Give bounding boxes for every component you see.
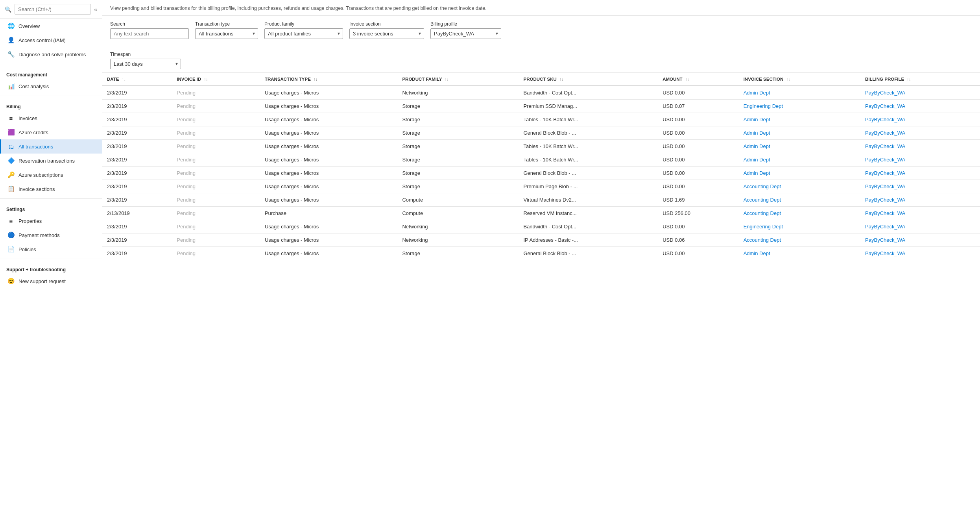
invoices-icon: ≡ (7, 115, 15, 122)
search-filter-label: Search (110, 21, 189, 27)
table-cell-invoice-section[interactable]: Accounting Dept (739, 193, 860, 206)
access-control-icon: 👤 (7, 37, 15, 44)
table-cell-invoice-id: Pending (172, 180, 260, 193)
sidebar-item-label: Azure subscriptions (18, 172, 63, 178)
sidebar-item-label: All transactions (18, 144, 53, 150)
properties-icon: ≡ (7, 217, 15, 224)
table-cell-billing-profile[interactable]: PayByCheck_WA (860, 233, 980, 246)
col-header-date[interactable]: DATE ↑↓ (102, 73, 172, 86)
all-transactions-icon: 🗂 (7, 143, 15, 150)
sidebar-item-reservation-transactions[interactable]: 🔷Reservation transactions (0, 154, 102, 168)
sidebar-item-payment-methods[interactable]: 🔵Payment methods (0, 228, 102, 242)
sidebar-item-new-support[interactable]: 😊New support request (0, 274, 102, 288)
table-cell-invoice-section[interactable]: Admin Dept (739, 153, 860, 166)
invoice-section-select[interactable]: 3 invoice sectionsAdmin DeptEngineering … (349, 28, 424, 39)
sidebar-item-azure-credits[interactable]: 🟪Azure credits (0, 125, 102, 139)
sidebar-search-input[interactable] (15, 4, 91, 15)
sidebar-item-invoices[interactable]: ≡Invoices (0, 111, 102, 125)
table-cell-amount: USD 0.00 (658, 220, 738, 233)
col-header-transaction-type[interactable]: TRANSACTION TYPE ↑↓ (260, 73, 397, 86)
table-cell-billing-profile[interactable]: PayByCheck_WA (860, 99, 980, 113)
table-cell-billing-profile[interactable]: PayByCheck_WA (860, 139, 980, 153)
sidebar-item-access-control[interactable]: 👤Access control (IAM) (0, 33, 102, 47)
sidebar-item-label: Policies (18, 246, 36, 252)
col-header-product-family[interactable]: PRODUCT FAMILY ↑↓ (397, 73, 519, 86)
search-input[interactable] (110, 28, 189, 39)
table-row: 2/3/2019PendingUsage charges - MicrosCom… (102, 193, 980, 206)
product-family-label: Product family (264, 21, 343, 27)
policies-icon: 📄 (7, 246, 15, 253)
transactions-table: DATE ↑↓INVOICE ID ↑↓TRANSACTION TYPE ↑↓P… (102, 73, 980, 260)
table-cell-product-family: Storage (397, 166, 519, 180)
sidebar-item-label: Properties (18, 218, 42, 224)
table-row: 2/3/2019PendingUsage charges - MicrosSto… (102, 113, 980, 126)
sidebar-item-all-transactions[interactable]: 🗂All transactions (0, 139, 102, 154)
sidebar-item-overview[interactable]: 🌐Overview (0, 19, 102, 33)
table-cell-invoice-section[interactable]: Admin Dept (739, 126, 860, 139)
table-cell-date: 2/3/2019 (102, 193, 172, 206)
table-row: 2/3/2019PendingUsage charges - MicrosNet… (102, 220, 980, 233)
table-cell-product-family: Storage (397, 113, 519, 126)
table-cell-transaction-type: Usage charges - Micros (260, 153, 397, 166)
invoice-sections-icon: 📋 (7, 185, 15, 193)
table-cell-product-family: Compute (397, 206, 519, 220)
table-cell-billing-profile[interactable]: PayByCheck_WA (860, 220, 980, 233)
table-cell-billing-profile[interactable]: PayByCheck_WA (860, 86, 980, 100)
sidebar-item-policies[interactable]: 📄Policies (0, 242, 102, 256)
table-cell-billing-profile[interactable]: PayByCheck_WA (860, 193, 980, 206)
sidebar-section-label: Billing (0, 98, 102, 111)
table-cell-invoice-section[interactable]: Admin Dept (739, 113, 860, 126)
table-cell-billing-profile[interactable]: PayByCheck_WA (860, 180, 980, 193)
col-header-billing-profile[interactable]: BILLING PROFILE ↑↓ (860, 73, 980, 86)
table-cell-invoice-section[interactable]: Admin Dept (739, 246, 860, 260)
product-family-select-wrapper: All product familiesComputeStorageNetwor… (264, 28, 343, 39)
table-cell-invoice-section[interactable]: Admin Dept (739, 166, 860, 180)
table-cell-date: 2/3/2019 (102, 246, 172, 260)
table-cell-transaction-type: Usage charges - Micros (260, 126, 397, 139)
timespan-label: Timespan (110, 52, 181, 57)
page-description: View pending and billed transactions for… (110, 5, 972, 12)
sidebar-section-label: Support + troubleshooting (0, 261, 102, 274)
table-cell-invoice-section[interactable]: Engineering Dept (739, 220, 860, 233)
table-cell-product-family: Storage (397, 180, 519, 193)
table-cell-billing-profile[interactable]: PayByCheck_WA (860, 166, 980, 180)
table-cell-product-sku: General Block Blob - ... (519, 126, 658, 139)
table-cell-product-sku: IP Addresses - Basic -... (519, 233, 658, 246)
table-cell-invoice-section[interactable]: Accounting Dept (739, 180, 860, 193)
table-cell-amount: USD 0.00 (658, 139, 738, 153)
transaction-type-select[interactable]: All transactionsPendingBilledPurchaseUsa… (195, 28, 258, 39)
sidebar-item-invoice-sections[interactable]: 📋Invoice sections (0, 182, 102, 196)
table-cell-product-sku: Premium SSD Manag... (519, 99, 658, 113)
table-cell-billing-profile[interactable]: PayByCheck_WA (860, 153, 980, 166)
col-header-amount[interactable]: AMOUNT ↑↓ (658, 73, 738, 86)
col-header-invoice-id[interactable]: INVOICE ID ↑↓ (172, 73, 260, 86)
table-cell-product-sku: General Block Blob - ... (519, 246, 658, 260)
table-cell-billing-profile[interactable]: PayByCheck_WA (860, 246, 980, 260)
table-cell-date: 2/13/2019 (102, 206, 172, 220)
table-cell-billing-profile[interactable]: PayByCheck_WA (860, 206, 980, 220)
reservation-transactions-icon: 🔷 (7, 157, 15, 164)
product-family-select[interactable]: All product familiesComputeStorageNetwor… (264, 28, 343, 39)
table-cell-invoice-id: Pending (172, 193, 260, 206)
table-cell-billing-profile[interactable]: PayByCheck_WA (860, 126, 980, 139)
sidebar-item-cost-analysis[interactable]: 📊Cost analysis (0, 79, 102, 93)
table-cell-amount: USD 0.00 (658, 166, 738, 180)
sidebar-item-diagnose[interactable]: 🔧Diagnose and solve problems (0, 47, 102, 61)
sidebar-collapse-button[interactable]: « (94, 6, 97, 13)
col-header-product-sku[interactable]: PRODUCT SKU ↑↓ (519, 73, 658, 86)
transaction-type-label: Transaction type (195, 21, 258, 27)
sidebar-item-azure-subscriptions[interactable]: 🔑Azure subscriptions (0, 168, 102, 182)
table-cell-invoice-section[interactable]: Admin Dept (739, 139, 860, 153)
table-cell-invoice-section[interactable]: Admin Dept (739, 86, 860, 100)
table-cell-amount: USD 0.07 (658, 99, 738, 113)
table-cell-invoice-section[interactable]: Accounting Dept (739, 206, 860, 220)
col-header-invoice-section[interactable]: INVOICE SECTION ↑↓ (739, 73, 860, 86)
sidebar-divider (0, 96, 102, 96)
table-cell-invoice-section[interactable]: Accounting Dept (739, 233, 860, 246)
table-cell-invoice-section[interactable]: Engineering Dept (739, 99, 860, 113)
timespan-select[interactable]: Last 30 daysLast 60 daysLast 90 daysCust… (110, 59, 181, 69)
table-cell-billing-profile[interactable]: PayByCheck_WA (860, 113, 980, 126)
sidebar-item-properties[interactable]: ≡Properties (0, 214, 102, 228)
billing-profile-select[interactable]: PayByCheck_WA (430, 28, 501, 39)
table-cell-product-sku: Bandwidth - Cost Opt... (519, 220, 658, 233)
